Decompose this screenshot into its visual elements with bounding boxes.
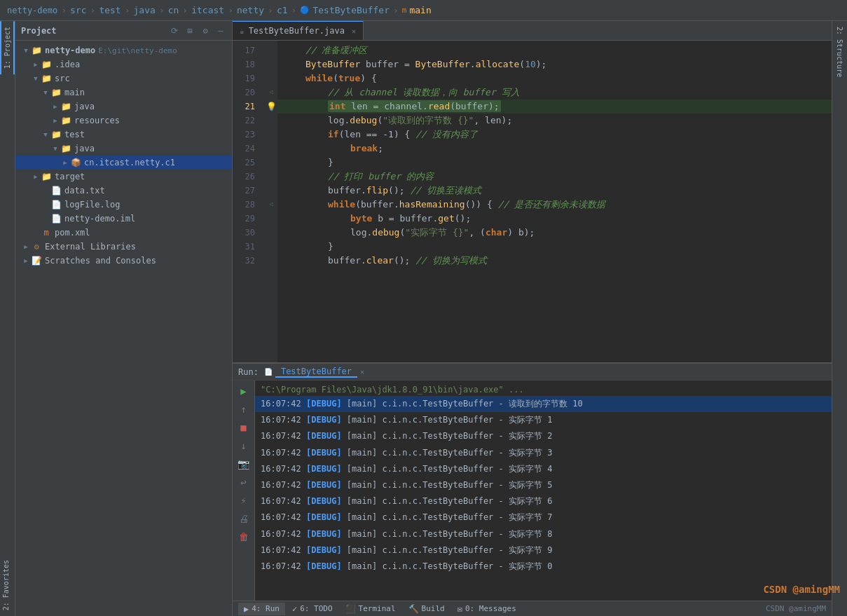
tree-label-test: test: [64, 130, 85, 139]
folder-icon-idea: 📁: [41, 59, 52, 70]
log-line-3[interactable]: 16:07:42 [DEBUG] [main] c.i.n.c.TestByte…: [255, 445, 832, 461]
run-button[interactable]: ▶: [236, 383, 252, 399]
title-file[interactable]: TestByteBuffer: [312, 5, 390, 15]
wrap-button[interactable]: ↩: [236, 474, 252, 490]
title-java[interactable]: java: [134, 5, 156, 15]
log-line-5[interactable]: 16:07:42 [DEBUG] [main] c.i.n.c.TestByte…: [255, 477, 832, 493]
code-line-22: log.debug("读取到的字节数 {}", len);: [277, 114, 832, 128]
stop-button[interactable]: ■: [236, 420, 252, 435]
bulb-icon-21[interactable]: 💡: [266, 100, 277, 113]
tree-datatxt[interactable]: ▶ 📄 data.txt: [15, 184, 232, 198]
tree-iml[interactable]: ▶ 📄 netty-demo.iml: [15, 212, 232, 226]
console-content: ▶ ↑ ■ ↓ 📷 ↩ ⚡ 🖨 🗑 "C:\Program Files\Java…: [233, 381, 832, 601]
gutter-21[interactable]: 💡: [265, 100, 277, 114]
tree-scratches[interactable]: ▶ 📝 Scratches and Consoles: [15, 254, 232, 268]
print-button[interactable]: 🖨: [236, 511, 252, 526]
status-tab-run-label: 4: Run: [252, 604, 280, 613]
gutter-32: [265, 254, 277, 268]
tree-root[interactable]: ▼ 📁 netty-demo E:\git\netty-demo: [15, 43, 232, 57]
tree-idea[interactable]: ▶ 📁 .idea: [15, 57, 232, 71]
right-tab-structure[interactable]: 2: Structure: [834, 21, 846, 83]
tree-logfile[interactable]: ▶ 📄 logFile.log: [15, 198, 232, 212]
code-line-23: if(len == -1) { // 没有内容了: [277, 128, 832, 142]
messages-status-icon: ✉: [457, 604, 462, 614]
sidebar-tab-favorites[interactable]: 2: Favorites: [0, 554, 15, 616]
gutter-20: ◁: [265, 85, 277, 100]
gutter-19: [265, 71, 277, 85]
title-netty[interactable]: netty: [237, 5, 264, 15]
folder-icon-target: 📁: [41, 171, 52, 182]
tree-main-java[interactable]: ▶ 📁 java: [15, 100, 232, 114]
hide-icon[interactable]: —: [215, 25, 226, 36]
title-src[interactable]: src: [70, 5, 86, 15]
scroll-up-button[interactable]: ↑: [236, 402, 252, 417]
tree-main[interactable]: ▼ 📁 main: [15, 85, 232, 100]
code-line-27: buffer.flip(); // 切换至读模式: [277, 184, 832, 198]
log-line-1[interactable]: 16:07:42 [DEBUG] [main] c.i.n.c.TestByte…: [255, 412, 832, 428]
file-icon-logfile: 📄: [50, 199, 62, 210]
log-line-10[interactable]: 16:07:42 [DEBUG] [main] c.i.n.c.TestByte…: [255, 559, 832, 575]
tree-path-root: E:\git\netty-demo: [98, 46, 177, 55]
log-line-8[interactable]: 16:07:42 [DEBUG] [main] c.i.n.c.TestByte…: [255, 526, 832, 542]
right-panel-tabs: 2: Structure: [832, 21, 847, 616]
sep9: ›: [393, 5, 399, 15]
ln-30: 30: [233, 226, 259, 240]
code-line-32: buffer.clear(); // 切换为写模式: [277, 254, 832, 268]
ln-29: 29: [233, 212, 259, 226]
log-line-6[interactable]: 16:07:42 [DEBUG] [main] c.i.n.c.TestByte…: [255, 493, 832, 509]
status-tab-terminal[interactable]: ⬛ Terminal: [340, 603, 401, 615]
ln-17: 17: [233, 43, 259, 57]
log-line-0[interactable]: 16:07:42 [DEBUG] [main] c.i.n.c.TestByte…: [255, 396, 832, 412]
console-log-area[interactable]: "C:\Program Files\Java\jdk1.8.0_91\bin\j…: [255, 381, 832, 601]
folder-icon-main-java: 📁: [60, 101, 71, 112]
title-cn[interactable]: cn: [168, 5, 179, 15]
sync-icon[interactable]: ⟳: [169, 25, 180, 36]
status-tab-build[interactable]: 🔨 Build: [403, 603, 450, 615]
ln-32: 32: [233, 254, 259, 268]
tree-test[interactable]: ▼ 📁 test: [15, 128, 232, 142]
status-tab-messages[interactable]: ✉ 0: Messages: [452, 603, 522, 615]
filter-button[interactable]: ⚡: [236, 493, 252, 508]
sep6: ›: [228, 5, 233, 15]
title-test[interactable]: test: [99, 5, 120, 15]
extlib-icon: ⚙: [31, 241, 42, 252]
sidebar-tab-project[interactable]: 1: Project: [0, 21, 15, 74]
status-tab-run[interactable]: ▶ 4: Run: [238, 603, 285, 615]
title-itcast[interactable]: itcast: [191, 5, 224, 15]
log-line-7[interactable]: 16:07:42 [DEBUG] [main] c.i.n.c.TestByte…: [255, 509, 832, 526]
tree-label-target: target: [55, 172, 85, 182]
line-numbers: 17 18 19 20 21 22 23 24 25 26 27 28 29 3…: [233, 41, 265, 362]
tree-package[interactable]: ▶ 📦 cn.itcast.netty.c1: [15, 156, 232, 170]
clear-button[interactable]: 🗑: [236, 529, 252, 545]
tree-arrow-main: ▼: [41, 88, 50, 97]
status-tab-todo[interactable]: ✓ 6: TODO: [287, 603, 338, 615]
run-tab-testbytebuffer[interactable]: TestByteBuffer: [275, 367, 357, 378]
log-line-4[interactable]: 16:07:42 [DEBUG] [main] c.i.n.c.TestByte…: [255, 461, 832, 477]
tree-src[interactable]: ▼ 📁 src: [15, 71, 232, 85]
run-tab-close[interactable]: ✕: [360, 368, 364, 376]
title-project[interactable]: netty-demo: [7, 6, 57, 15]
tree-resources[interactable]: ▶ 📁 resources: [15, 114, 232, 128]
status-tab-todo-label: 6: TODO: [300, 604, 332, 613]
screenshot-button[interactable]: 📷: [236, 456, 252, 472]
scroll-down-button[interactable]: ↓: [236, 438, 252, 453]
gear-icon[interactable]: ⚙: [200, 25, 211, 36]
tree-label-test-java: java: [74, 144, 95, 153]
sep4: ›: [159, 5, 165, 15]
ln-25: 25: [233, 156, 259, 170]
tree-test-java[interactable]: ▼ 📁 java: [15, 142, 232, 156]
layout-icon[interactable]: ⊞: [184, 25, 195, 36]
title-method[interactable]: main: [409, 5, 431, 15]
tree-target[interactable]: ▶ 📁 target: [15, 170, 232, 184]
log-line-2[interactable]: 16:07:42 [DEBUG] [main] c.i.n.c.TestByte…: [255, 428, 832, 444]
ln-21: 21: [233, 100, 259, 114]
code-content[interactable]: // 准备缓冲区 ByteBuffer buffer = ByteBuffer.…: [277, 41, 832, 362]
gutter-area: ◁ 💡 ◁: [265, 41, 277, 362]
log-line-9[interactable]: 16:07:42 [DEBUG] [main] c.i.n.c.TestByte…: [255, 542, 832, 559]
tab-close-button[interactable]: ✕: [352, 27, 356, 35]
tree-extlibs[interactable]: ▶ ⚙ External Libraries: [15, 240, 232, 254]
editor-tab-testbytebuffer[interactable]: ☕ TestByteBuffer.java ✕: [233, 21, 364, 40]
title-c1[interactable]: c1: [277, 5, 288, 15]
tree-pom[interactable]: ▶ m pom.xml: [15, 226, 232, 240]
tree-arrow-main-java: ▶: [50, 102, 60, 111]
